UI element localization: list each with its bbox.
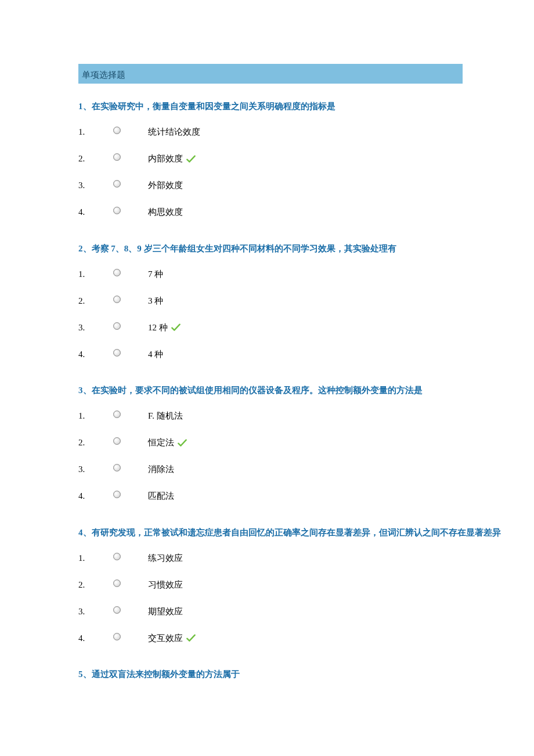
option-number: 3. [78,607,113,617]
option-row: 3.消除法 [78,456,534,483]
radio-icon[interactable] [113,579,121,587]
option-text-label: 交互效应 [148,633,183,644]
radio-icon[interactable] [113,437,121,445]
option-text-label: 恒定法 [148,437,174,448]
options-list: 1.统计结论效度2.内部效度3.外部效度4.构思效度 [78,119,534,226]
option-row: 4.匹配法 [78,483,534,510]
option-text: 内部效度 [148,153,196,164]
radio-icon[interactable] [113,153,121,161]
option-text: 构思效度 [148,207,183,218]
option-radio[interactable] [113,494,148,498]
option-number: 2. [78,154,113,164]
option-number: 4. [78,633,113,643]
option-text: F. 随机法 [148,411,183,422]
check-icon [178,439,187,447]
option-text-label: 外部效度 [148,180,183,191]
radio-icon[interactable] [113,296,121,303]
radio-icon[interactable] [113,411,121,418]
check-icon [186,634,196,642]
option-radio[interactable] [113,299,148,303]
option-row: 2.恒定法 [78,430,534,456]
option-radio[interactable] [113,210,148,214]
radio-icon[interactable] [113,464,121,471]
questions-container: 1、在实验研究中，衡量自变量和因变量之间关系明确程度的指标是1.统计结论效度2.… [78,100,534,681]
radio-icon[interactable] [113,553,121,560]
option-text: 恒定法 [148,437,187,448]
option-row: 1.7 种 [78,261,534,287]
question-block: 3、在实验时，要求不同的被试组使用相同的仪器设备及程序。这种控制额外变量的方法是… [78,384,534,510]
option-radio[interactable] [113,130,148,134]
option-text-label: 内部效度 [148,153,183,164]
option-text: 期望效应 [148,606,183,617]
radio-icon[interactable] [113,180,121,188]
radio-icon[interactable] [113,349,121,357]
radio-icon[interactable] [113,269,121,276]
radio-icon[interactable] [113,606,121,614]
question-title: 4、有研究发现，正常被试和遗忘症患者自由回忆的正确率之间存在显著差异，但词汇辨认… [78,526,534,539]
option-radio[interactable] [113,157,148,161]
options-list: 1.7 种2.3 种3.12 种4.4 种 [78,261,534,368]
radio-icon[interactable] [113,633,121,640]
option-row: 3.外部效度 [78,172,534,199]
option-row: 1.练习效应 [78,545,534,571]
option-row: 1.统计结论效度 [78,119,534,146]
option-text-label: 3 种 [148,296,163,307]
check-icon [171,323,181,332]
option-number: 2. [78,580,113,590]
option-text: 12 种 [148,322,181,333]
option-row: 2.习惯效应 [78,571,534,598]
page-container: 单项选择题 1、在实验研究中，衡量自变量和因变量之间关系明确程度的指标是1.统计… [0,0,534,681]
option-number: 4. [78,207,113,217]
option-row: 3.期望效应 [78,598,534,625]
option-text: 练习效应 [148,553,183,564]
option-text-label: 习惯效应 [148,579,183,591]
option-radio[interactable] [113,610,148,614]
option-text: 7 种 [148,269,163,280]
option-radio[interactable] [113,441,148,445]
option-row: 2.3 种 [78,287,534,314]
option-number: 1. [78,127,113,137]
options-list: 1.练习效应2.习惯效应3.期望效应4.交互效应 [78,545,534,651]
option-text: 4 种 [148,349,163,360]
question-block: 5、通过双盲法来控制额外变量的方法属于 [78,668,534,681]
section-header: 单项选择题 [78,64,463,84]
option-radio[interactable] [113,272,148,276]
option-number: 3. [78,323,113,333]
option-text-label: 12 种 [148,322,168,333]
option-text-label: 消除法 [148,464,174,475]
option-text: 习惯效应 [148,579,183,591]
option-row: 4.4 种 [78,341,534,368]
options-list: 1.F. 随机法2.恒定法3.消除法4.匹配法 [78,403,534,510]
radio-icon[interactable] [113,491,121,498]
option-number: 1. [78,269,113,279]
question-title: 2、考察 7、8、9 岁三个年龄组女生对四种不同材料的不同学习效果，其实验处理有 [78,242,534,255]
check-icon [186,155,196,163]
option-radio[interactable] [113,183,148,188]
option-radio[interactable] [113,414,148,418]
option-row: 1.F. 随机法 [78,403,534,430]
radio-icon[interactable] [113,322,121,330]
option-row: 4.构思效度 [78,199,534,226]
question-title: 5、通过双盲法来控制额外变量的方法属于 [78,668,534,681]
option-number: 4. [78,491,113,501]
option-radio[interactable] [113,352,148,357]
question-block: 4、有研究发现，正常被试和遗忘症患者自由回忆的正确率之间存在显著差异，但词汇辨认… [78,526,534,652]
option-text: 外部效度 [148,180,183,191]
option-text: 匹配法 [148,491,174,502]
radio-icon[interactable] [113,127,121,134]
option-text: 统计结论效度 [148,127,200,138]
option-text-label: F. 随机法 [148,411,183,422]
question-block: 1、在实验研究中，衡量自变量和因变量之间关系明确程度的指标是1.统计结论效度2.… [78,100,534,226]
option-radio[interactable] [113,467,148,471]
option-number: 1. [78,553,113,563]
question-block: 2、考察 7、8、9 岁三个年龄组女生对四种不同材料的不同学习效果，其实验处理有… [78,242,534,368]
option-row: 4.交互效应 [78,625,534,651]
option-radio[interactable] [113,556,148,560]
option-radio[interactable] [113,326,148,330]
option-text-label: 统计结论效度 [148,127,200,138]
option-radio[interactable] [113,583,148,587]
option-text-label: 构思效度 [148,207,183,218]
radio-icon[interactable] [113,207,121,214]
option-text-label: 4 种 [148,349,163,360]
option-radio[interactable] [113,636,148,640]
